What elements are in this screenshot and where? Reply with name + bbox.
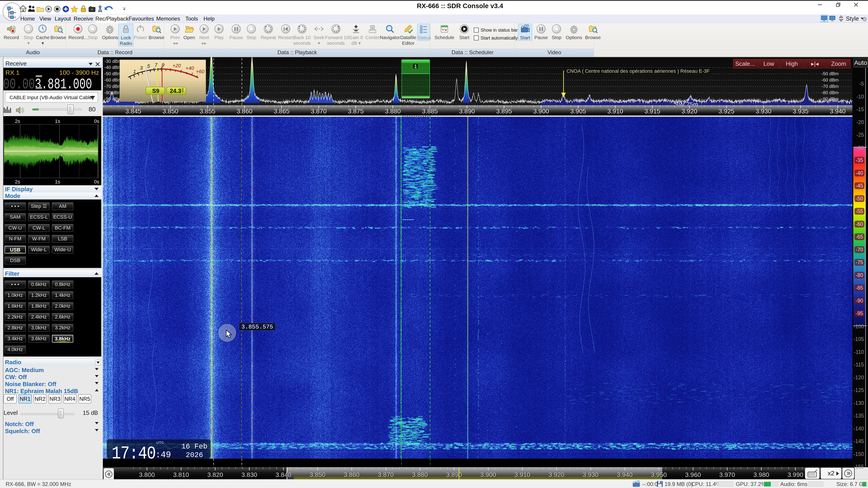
svg-text:+60: +60	[196, 69, 205, 74]
svg-text:Style: Style	[846, 15, 859, 22]
svg-text:24.3: 24.3	[170, 88, 181, 94]
svg-text:7: 7	[155, 62, 158, 68]
svg-text:1: 1	[133, 69, 136, 74]
svg-text:+20: +20	[173, 63, 181, 68]
svg-text:+40: +40	[186, 65, 194, 71]
svg-text:S9: S9	[152, 88, 159, 94]
svg-text:5: 5	[147, 63, 150, 69]
svg-text:SNR: SNR	[182, 88, 184, 92]
svg-text:3: 3	[140, 65, 143, 71]
